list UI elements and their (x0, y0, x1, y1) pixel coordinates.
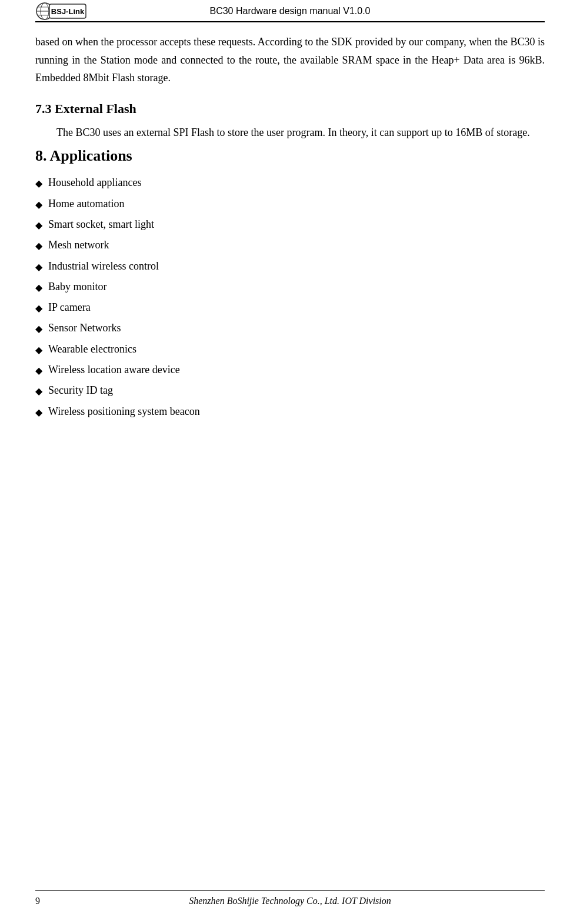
list-item-text: IP camera (48, 298, 91, 317)
list-item: ◆Wearable electronics (35, 340, 545, 359)
list-item: ◆IP camera (35, 298, 545, 317)
list-item: ◆Security ID tag (35, 381, 545, 400)
bullet-icon: ◆ (35, 341, 42, 359)
list-item: ◆Home automation (35, 194, 545, 214)
body-paragraph-1: based on when the processor accepts thes… (35, 33, 545, 87)
list-item: ◆Industrial wireless control (35, 257, 545, 276)
bullet-icon: ◆ (35, 196, 42, 214)
page-container: BSJ-Link BC30 Hardware design manual V1.… (0, 0, 580, 924)
section-73: 7.3 External Flash The BC30 uses an exte… (35, 101, 545, 142)
header-title: BC30 Hardware design manual V1.0.0 (209, 6, 370, 16)
bullet-icon: ◆ (35, 237, 42, 255)
list-item-text: Wearable electronics (48, 340, 136, 359)
bullet-icon: ◆ (35, 258, 42, 276)
section-8: 8. Applications ◆Household appliances◆Ho… (35, 147, 545, 421)
list-item: ◆Smart socket, smart light (35, 215, 545, 234)
bullet-icon: ◆ (35, 279, 42, 297)
list-item: ◆Mesh network (35, 235, 545, 255)
section-73-heading: 7.3 External Flash (35, 101, 545, 117)
list-item-text: Sensor Networks (48, 318, 121, 338)
section-8-heading: 8. Applications (35, 147, 545, 165)
page-header: BSJ-Link BC30 Hardware design manual V1.… (35, 0, 545, 22)
bullet-icon: ◆ (35, 362, 42, 380)
logo-area: BSJ-Link (35, 1, 88, 22)
page-number: 9 (35, 896, 40, 906)
bullet-icon: ◆ (35, 217, 42, 234)
svg-text:BSJ-Link: BSJ-Link (51, 7, 85, 16)
list-item: ◆Wireless location aware device (35, 360, 545, 380)
bsj-link-logo-icon: BSJ-Link (35, 1, 88, 22)
section-73-paragraph: The BC30 uses an external SPI Flash to s… (35, 124, 545, 142)
bullet-icon: ◆ (35, 404, 42, 421)
list-item-text: Wireless positioning system beacon (48, 402, 200, 421)
list-item-text: Industrial wireless control (48, 257, 159, 276)
bullet-icon: ◆ (35, 175, 42, 192)
list-item: ◆Wireless positioning system beacon (35, 402, 545, 421)
list-item-text: Home automation (48, 194, 124, 214)
list-item-text: Baby monitor (48, 277, 107, 297)
list-item-text: Security ID tag (48, 381, 113, 400)
page-footer: 9 Shenzhen BoShijie Technology Co., Ltd.… (35, 890, 545, 906)
list-item-text: Household appliances (48, 173, 141, 192)
list-item-text: Mesh network (48, 235, 109, 255)
bullet-icon: ◆ (35, 320, 42, 338)
list-item: ◆Baby monitor (35, 277, 545, 297)
footer-company: Shenzhen BoShijie Technology Co., Ltd. I… (189, 896, 391, 906)
bullet-icon: ◆ (35, 383, 42, 400)
list-item-text: Smart socket, smart light (48, 215, 154, 234)
bullet-icon: ◆ (35, 300, 42, 317)
list-item: ◆Sensor Networks (35, 318, 545, 338)
applications-list: ◆Household appliances◆Home automation◆Sm… (35, 173, 545, 421)
list-item: ◆Household appliances (35, 173, 545, 192)
list-item-text: Wireless location aware device (48, 360, 180, 380)
